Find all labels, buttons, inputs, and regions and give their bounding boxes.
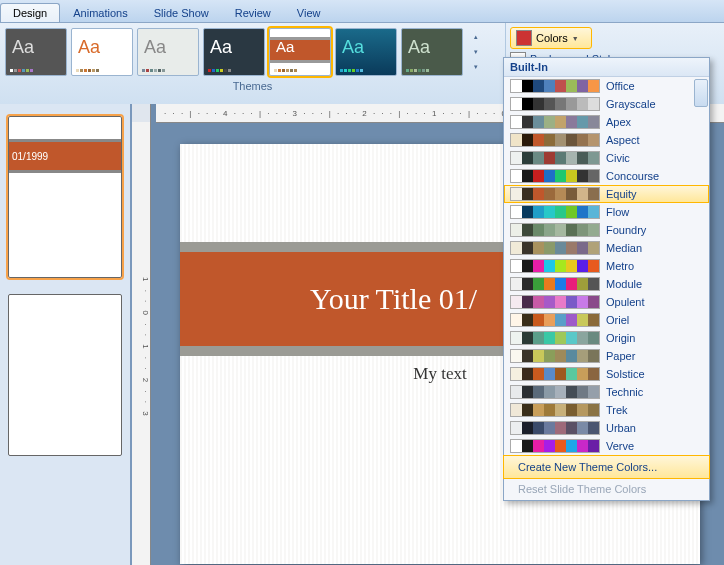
thumb-title: 01/1999 <box>9 139 121 173</box>
create-new-theme-colors[interactable]: Create New Theme Colors... <box>503 455 710 479</box>
scheme-swatches <box>510 277 600 291</box>
color-scheme-verve[interactable]: Verve <box>504 437 709 455</box>
theme-thumb[interactable]: Aa <box>5 28 67 76</box>
color-scheme-trek[interactable]: Trek <box>504 401 709 419</box>
panel-footer: Create New Theme Colors... Reset Slide T… <box>504 455 709 500</box>
color-scheme-civic[interactable]: Civic <box>504 149 709 167</box>
scheme-swatches <box>510 187 600 201</box>
scheme-name: Metro <box>606 260 634 272</box>
scheme-name: Technic <box>606 386 643 398</box>
scheme-swatches <box>510 223 600 237</box>
ribbon-tabs: Design Animations Slide Show Review View <box>0 0 724 23</box>
color-scheme-origin[interactable]: Origin <box>504 329 709 347</box>
theme-thumb[interactable]: Aa <box>401 28 463 76</box>
scheme-swatches <box>510 169 600 183</box>
reset-slide-theme-colors: Reset Slide Theme Colors <box>504 478 709 500</box>
scheme-name: Foundry <box>606 224 646 236</box>
scheme-swatches <box>510 421 600 435</box>
scheme-name: Flow <box>606 206 629 218</box>
group-label-themes: Themes <box>0 78 505 94</box>
color-scheme-solstice[interactable]: Solstice <box>504 365 709 383</box>
theme-thumb[interactable]: Aa <box>137 28 199 76</box>
scheme-swatches <box>510 151 600 165</box>
scheme-swatches <box>510 385 600 399</box>
scheme-name: Urban <box>606 422 636 434</box>
theme-thumb[interactable]: Aa <box>335 28 397 76</box>
color-scheme-flow[interactable]: Flow <box>504 203 709 221</box>
color-scheme-metro[interactable]: Metro <box>504 257 709 275</box>
scheme-name: Office <box>606 80 635 92</box>
scheme-name: Aspect <box>606 134 640 146</box>
scheme-name: Equity <box>606 188 637 200</box>
color-scheme-concourse[interactable]: Concourse <box>504 167 709 185</box>
title-text: Your Title 01/ <box>310 282 477 316</box>
scheme-swatches <box>510 79 600 93</box>
scheme-swatches <box>510 403 600 417</box>
color-scheme-module[interactable]: Module <box>504 275 709 293</box>
theme-thumb[interactable]: Aa <box>203 28 265 76</box>
color-scheme-oriel[interactable]: Oriel <box>504 311 709 329</box>
color-scheme-foundry[interactable]: Foundry <box>504 221 709 239</box>
scheme-swatches <box>510 439 600 453</box>
colors-dropdown-panel: Built-In OfficeGrayscaleApexAspectCivicC… <box>503 57 710 501</box>
scheme-name: Civic <box>606 152 630 164</box>
colors-label: Colors <box>536 32 568 44</box>
theme-thumb[interactable]: Aa <box>71 28 133 76</box>
color-scheme-aspect[interactable]: Aspect <box>504 131 709 149</box>
theme-thumb-selected[interactable]: Aa <box>269 28 331 76</box>
scheme-swatches <box>510 133 600 147</box>
color-scheme-urban[interactable]: Urban <box>504 419 709 437</box>
scheme-name: Concourse <box>606 170 659 182</box>
color-scheme-equity[interactable]: Equity <box>504 185 709 203</box>
colors-button[interactable]: Colors ▼ <box>510 27 592 49</box>
slide-thumbnail-1[interactable]: 01/1999 <box>8 116 122 278</box>
scheme-name: Apex <box>606 116 631 128</box>
scheme-name: Grayscale <box>606 98 656 110</box>
theme-gallery: Aa Aa Aa Aa Aa Aa Aa ▴▾▾ <box>0 23 505 78</box>
scheme-name: Median <box>606 242 642 254</box>
chevron-down-icon: ▼ <box>572 35 579 42</box>
scheme-name: Trek <box>606 404 628 416</box>
slide-thumbnail-2[interactable] <box>8 294 122 456</box>
scheme-name: Opulent <box>606 296 645 308</box>
scheme-swatches <box>510 241 600 255</box>
tab-view[interactable]: View <box>284 3 334 22</box>
colors-icon <box>516 30 532 46</box>
color-scheme-list: OfficeGrayscaleApexAspectCivicConcourseE… <box>504 77 709 455</box>
slide-thumbnails-pane: 01/1999 <box>0 104 132 565</box>
tab-slideshow[interactable]: Slide Show <box>141 3 222 22</box>
scheme-swatches <box>510 367 600 381</box>
tab-animations[interactable]: Animations <box>60 3 140 22</box>
scheme-swatches <box>510 349 600 363</box>
scheme-swatches <box>510 331 600 345</box>
color-scheme-median[interactable]: Median <box>504 239 709 257</box>
scheme-name: Origin <box>606 332 635 344</box>
theme-gallery-more[interactable]: ▴▾▾ <box>469 29 483 75</box>
color-scheme-grayscale[interactable]: Grayscale <box>504 95 709 113</box>
scheme-swatches <box>510 97 600 111</box>
vertical-ruler: 1 · · 0 · · 1 · · 2 · · 3 <box>132 122 151 565</box>
scheme-name: Verve <box>606 440 634 452</box>
tab-design[interactable]: Design <box>0 3 60 22</box>
color-scheme-opulent[interactable]: Opulent <box>504 293 709 311</box>
scheme-name: Module <box>606 278 642 290</box>
color-scheme-office[interactable]: Office <box>504 77 709 95</box>
themes-group: Aa Aa Aa Aa Aa Aa Aa ▴▾▾ Themes <box>0 23 506 105</box>
scheme-swatches <box>510 205 600 219</box>
color-scheme-apex[interactable]: Apex <box>504 113 709 131</box>
scheme-swatches <box>510 259 600 273</box>
scheme-name: Solstice <box>606 368 645 380</box>
scheme-name: Paper <box>606 350 635 362</box>
scheme-name: Oriel <box>606 314 629 326</box>
ruler-corner <box>132 104 151 123</box>
panel-header: Built-In <box>504 58 709 77</box>
scheme-swatches <box>510 313 600 327</box>
color-scheme-paper[interactable]: Paper <box>504 347 709 365</box>
scheme-swatches <box>510 115 600 129</box>
tab-review[interactable]: Review <box>222 3 284 22</box>
scheme-swatches <box>510 295 600 309</box>
scrollbar-thumb[interactable] <box>694 79 708 107</box>
color-scheme-technic[interactable]: Technic <box>504 383 709 401</box>
